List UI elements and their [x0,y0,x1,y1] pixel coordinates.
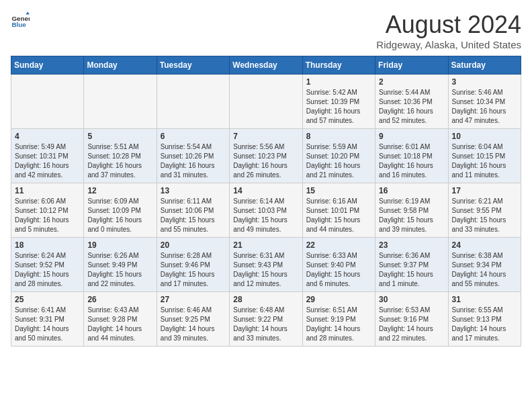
calendar-cell-w3-d3: 13Sunrise: 6:11 AM Sunset: 10:06 PM Dayl… [157,183,229,238]
calendar-cell-w2-d4: 7Sunrise: 5:56 AM Sunset: 10:23 PM Dayli… [230,129,302,183]
calendar-week-2: 4Sunrise: 5:49 AM Sunset: 10:31 PM Dayli… [11,129,521,183]
day-info: Sunrise: 6:46 AM Sunset: 9:25 PM Dayligh… [161,306,226,343]
calendar-week-1: 1Sunrise: 5:42 AM Sunset: 10:39 PM Dayli… [11,75,521,129]
day-info: Sunrise: 5:56 AM Sunset: 10:23 PM Daylig… [233,142,298,180]
day-number: 20 [161,240,226,250]
calendar-cell-w2-d1: 4Sunrise: 5:49 AM Sunset: 10:31 PM Dayli… [11,129,84,183]
day-number: 10 [452,132,517,141]
day-number: 13 [161,186,226,195]
day-info: Sunrise: 6:19 AM Sunset: 9:58 PM Dayligh… [379,197,444,234]
subtitle: Ridgeway, Alaska, United States [376,39,521,50]
day-number: 25 [15,295,80,304]
calendar-cell-w5-d3: 27Sunrise: 6:46 AM Sunset: 9:25 PM Dayli… [157,292,229,347]
header-day-saturday: Saturday [448,56,521,75]
header-day-wednesday: Wednesday [230,56,302,75]
day-info: Sunrise: 6:21 AM Sunset: 9:55 PM Dayligh… [452,197,517,234]
day-number: 5 [87,132,152,141]
day-info: Sunrise: 6:14 AM Sunset: 10:03 PM Daylig… [233,197,298,234]
calendar-cell-w4-d2: 19Sunrise: 6:26 AM Sunset: 9:49 PM Dayli… [84,238,157,292]
day-info: Sunrise: 6:33 AM Sunset: 9:40 PM Dayligh… [306,251,371,289]
calendar-cell-w3-d4: 14Sunrise: 6:14 AM Sunset: 10:03 PM Dayl… [230,183,302,238]
svg-marker-2 [26,11,30,14]
calendar-header-row: SundayMondayTuesdayWednesdayThursdayFrid… [11,56,521,75]
day-info: Sunrise: 6:53 AM Sunset: 9:16 PM Dayligh… [379,306,444,343]
calendar-cell-w5-d2: 26Sunrise: 6:43 AM Sunset: 9:28 PM Dayli… [84,292,157,347]
day-number: 22 [306,240,371,250]
calendar-cell-w3-d5: 15Sunrise: 6:16 AM Sunset: 10:01 PM Dayl… [302,183,375,238]
day-number: 18 [15,240,80,250]
day-info: Sunrise: 6:43 AM Sunset: 9:28 PM Dayligh… [87,306,152,343]
calendar-cell-w2-d3: 6Sunrise: 5:54 AM Sunset: 10:26 PM Dayli… [157,129,229,183]
day-number: 19 [87,240,152,250]
day-number: 26 [87,295,152,304]
calendar-cell-w4-d5: 22Sunrise: 6:33 AM Sunset: 9:40 PM Dayli… [302,238,375,292]
day-number: 14 [233,186,298,195]
day-number: 1 [306,77,371,87]
day-number: 9 [379,132,444,141]
day-number: 8 [306,132,371,141]
calendar-cell-w2-d6: 9Sunrise: 6:01 AM Sunset: 10:18 PM Dayli… [375,129,448,183]
day-number: 12 [87,186,152,195]
calendar-cell-w1-d5: 1Sunrise: 5:42 AM Sunset: 10:39 PM Dayli… [302,75,375,129]
calendar-cell-w3-d2: 12Sunrise: 6:09 AM Sunset: 10:09 PM Dayl… [84,183,157,238]
calendar-cell-w1-d1 [11,75,84,129]
day-info: Sunrise: 6:24 AM Sunset: 9:52 PM Dayligh… [15,251,80,289]
day-info: Sunrise: 6:06 AM Sunset: 10:12 PM Daylig… [15,197,80,234]
calendar-cell-w4-d7: 24Sunrise: 6:38 AM Sunset: 9:34 PM Dayli… [448,238,521,292]
calendar-cell-w5-d1: 25Sunrise: 6:41 AM Sunset: 9:31 PM Dayli… [11,292,84,347]
calendar-cell-w1-d2 [84,75,157,129]
header-day-tuesday: Tuesday [157,56,229,75]
day-number: 3 [452,77,517,87]
calendar-cell-w3-d1: 11Sunrise: 6:06 AM Sunset: 10:12 PM Dayl… [11,183,84,238]
logo: General Blue [11,11,30,30]
day-number: 15 [306,186,371,195]
svg-text:Blue: Blue [11,21,26,28]
calendar-week-4: 18Sunrise: 6:24 AM Sunset: 9:52 PM Dayli… [11,238,521,292]
day-info: Sunrise: 6:41 AM Sunset: 9:31 PM Dayligh… [15,306,80,343]
calendar-week-3: 11Sunrise: 6:06 AM Sunset: 10:12 PM Dayl… [11,183,521,238]
calendar-cell-w5-d5: 29Sunrise: 6:51 AM Sunset: 9:19 PM Dayli… [302,292,375,347]
day-number: 27 [161,295,226,304]
day-number: 30 [379,295,444,304]
calendar-cell-w1-d4 [230,75,302,129]
day-number: 16 [379,186,444,195]
calendar-week-5: 25Sunrise: 6:41 AM Sunset: 9:31 PM Dayli… [11,292,521,347]
calendar-cell-w4-d6: 23Sunrise: 6:36 AM Sunset: 9:37 PM Dayli… [375,238,448,292]
day-number: 29 [306,295,371,304]
day-info: Sunrise: 6:38 AM Sunset: 9:34 PM Dayligh… [452,251,517,289]
day-info: Sunrise: 6:55 AM Sunset: 9:13 PM Dayligh… [452,306,517,343]
header-day-thursday: Thursday [302,56,375,75]
day-info: Sunrise: 5:46 AM Sunset: 10:34 PM Daylig… [452,88,517,126]
calendar-cell-w4-d4: 21Sunrise: 6:31 AM Sunset: 9:43 PM Dayli… [230,238,302,292]
day-number: 17 [452,186,517,195]
title-area: August 2024 Ridgeway, Alaska, United Sta… [376,11,521,50]
calendar-table: SundayMondayTuesdayWednesdayThursdayFrid… [11,56,521,347]
calendar-cell-w1-d3 [157,75,229,129]
calendar-cell-w4-d1: 18Sunrise: 6:24 AM Sunset: 9:52 PM Dayli… [11,238,84,292]
day-number: 7 [233,132,298,141]
day-info: Sunrise: 5:44 AM Sunset: 10:36 PM Daylig… [379,88,444,126]
day-info: Sunrise: 5:59 AM Sunset: 10:20 PM Daylig… [306,142,371,180]
day-info: Sunrise: 6:28 AM Sunset: 9:46 PM Dayligh… [161,251,226,289]
day-number: 4 [15,132,80,141]
day-info: Sunrise: 6:01 AM Sunset: 10:18 PM Daylig… [379,142,444,180]
calendar-cell-w2-d2: 5Sunrise: 5:51 AM Sunset: 10:28 PM Dayli… [84,129,157,183]
logo-icon: General Blue [11,11,30,30]
day-number: 21 [233,240,298,250]
calendar-cell-w5-d6: 30Sunrise: 6:53 AM Sunset: 9:16 PM Dayli… [375,292,448,347]
calendar-cell-w1-d6: 2Sunrise: 5:44 AM Sunset: 10:36 PM Dayli… [375,75,448,129]
header-day-sunday: Sunday [11,56,84,75]
day-number: 31 [452,295,517,304]
calendar-cell-w5-d4: 28Sunrise: 6:48 AM Sunset: 9:22 PM Dayli… [230,292,302,347]
day-info: Sunrise: 5:51 AM Sunset: 10:28 PM Daylig… [87,142,152,180]
day-info: Sunrise: 5:49 AM Sunset: 10:31 PM Daylig… [15,142,80,180]
calendar-cell-w4-d3: 20Sunrise: 6:28 AM Sunset: 9:46 PM Dayli… [157,238,229,292]
day-info: Sunrise: 6:51 AM Sunset: 9:19 PM Dayligh… [306,306,371,343]
day-number: 2 [379,77,444,87]
header: General Blue August 2024 Ridgeway, Alask… [11,11,521,50]
header-day-friday: Friday [375,56,448,75]
day-number: 28 [233,295,298,304]
day-info: Sunrise: 6:16 AM Sunset: 10:01 PM Daylig… [306,197,371,234]
day-number: 11 [15,186,80,195]
calendar-cell-w1-d7: 3Sunrise: 5:46 AM Sunset: 10:34 PM Dayli… [448,75,521,129]
